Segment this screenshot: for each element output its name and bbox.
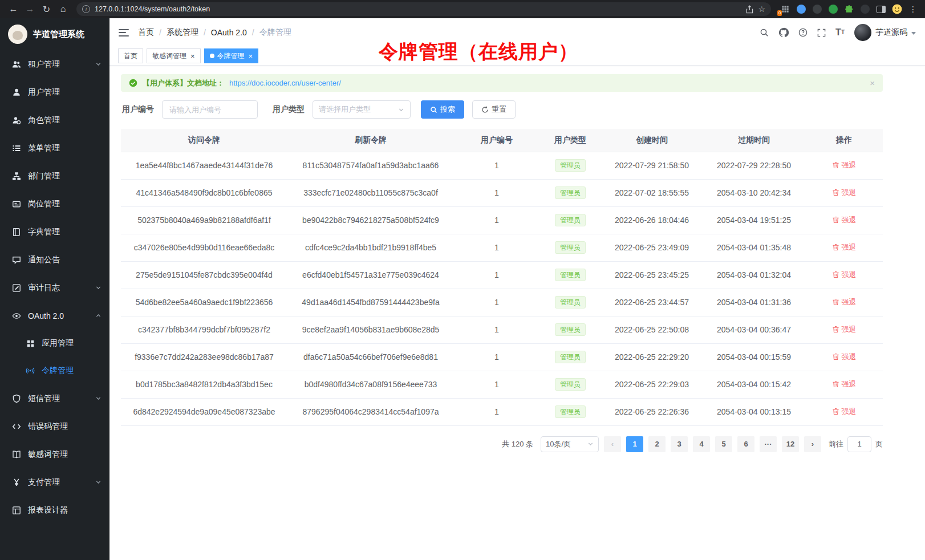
user-menu[interactable]: 芋道源码 <box>854 24 916 41</box>
reset-button[interactable]: 重置 <box>472 100 516 119</box>
page-button-1[interactable]: 1 <box>626 436 643 452</box>
page-button-6[interactable]: 6 <box>737 436 754 452</box>
trash-icon <box>832 353 839 360</box>
pager-more-button[interactable]: ··· <box>760 436 777 452</box>
reload-icon[interactable]: ↻ <box>39 2 54 17</box>
extension-avatar-icon[interactable] <box>891 3 903 15</box>
force-logout-button[interactable]: 强退 <box>832 407 857 417</box>
breadcrumb-separator: / <box>159 28 161 37</box>
sidebar-item-label: 报表设计器 <box>28 505 68 516</box>
sidebar-item-审计日志[interactable]: 审计日志 <box>0 274 109 302</box>
sidebar-item-角色管理[interactable]: 角色管理 <box>0 106 109 134</box>
user-type-badge: 管理员 <box>555 186 586 199</box>
address-bar[interactable]: i 127.0.0.1:1024/system/oauth2/token ☆ <box>76 2 771 16</box>
sidebar-item-用户管理[interactable]: 用户管理 <box>0 78 109 106</box>
page-button-2[interactable]: 2 <box>648 436 666 452</box>
chevron-down-icon <box>95 479 102 485</box>
chevron-down-icon <box>911 32 916 35</box>
user-id-cell: 1 <box>454 398 539 425</box>
extension-green-1-icon[interactable] <box>827 3 839 15</box>
user-type-select[interactable]: 请选择用户类型 <box>313 100 411 119</box>
font-size-icon[interactable]: TT <box>835 28 845 37</box>
fullscreen-icon[interactable] <box>817 29 826 37</box>
next-page-button[interactable]: › <box>804 436 821 452</box>
sidebar-item-租户管理[interactable]: 租户管理 <box>0 50 109 78</box>
back-icon[interactable]: ← <box>6 2 21 17</box>
eye-icon <box>11 311 22 320</box>
site-info-icon[interactable]: i <box>82 5 90 13</box>
force-logout-button[interactable]: 强退 <box>832 270 857 280</box>
sidebar-subitem-令牌管理[interactable]: 令牌管理 <box>0 357 109 384</box>
sidebar-subitem-应用管理[interactable]: 应用管理 <box>0 330 109 357</box>
postcard-icon <box>11 200 22 209</box>
app: 芋道管理系统 租户管理用户管理角色管理菜单管理部门管理岗位管理字典管理通知公告审… <box>0 18 925 560</box>
force-logout-button[interactable]: 强退 <box>832 297 857 307</box>
alert-close-icon[interactable]: × <box>870 78 875 88</box>
sidebar-item-通知公告[interactable]: 通知公告 <box>0 246 109 274</box>
tags-bar: 首页敏感词管理×令牌管理× <box>109 47 925 66</box>
extension-grid-icon[interactable]: 0 <box>780 3 791 15</box>
collapse-menu-icon[interactable] <box>119 29 129 36</box>
browser-menu-icon[interactable]: ⋮ <box>907 5 919 14</box>
close-icon[interactable]: × <box>190 52 195 60</box>
force-logout-button[interactable]: 强退 <box>832 352 857 362</box>
search-icon[interactable] <box>760 28 769 37</box>
trash-icon <box>832 380 839 388</box>
access-token-cell: 41c41346a548490f9dc8b01c6bfe0865 <box>121 179 287 206</box>
breadcrumb-item[interactable]: OAuth 2.0 <box>211 28 247 37</box>
forward-icon[interactable]: → <box>22 2 38 17</box>
github-icon[interactable] <box>778 27 789 38</box>
sidebar-item-岗位管理[interactable]: 岗位管理 <box>0 190 109 218</box>
sidebar-item-短信管理[interactable]: 短信管理 <box>0 384 109 412</box>
force-logout-button[interactable]: 强退 <box>832 379 857 389</box>
help-icon[interactable] <box>798 28 808 37</box>
sidebar-item-字典管理[interactable]: 字典管理 <box>0 218 109 246</box>
force-logout-button[interactable]: 强退 <box>832 242 857 253</box>
table-row: c342377bf8b344799dcbf7bf095287f29ce8ef2a… <box>121 316 883 343</box>
extension-panel-icon[interactable] <box>875 3 887 15</box>
sidebar-item-敏感词管理[interactable]: 敏感词管理 <box>0 440 109 468</box>
tab-label: 敏感词管理 <box>152 51 186 61</box>
access-token-cell: f9336e7c7dd242a283ee98dc86b17a87 <box>121 343 287 371</box>
goto-page-input[interactable] <box>847 436 871 452</box>
breadcrumb-item[interactable]: 系统管理 <box>167 27 198 38</box>
bookmark-star-icon[interactable]: ☆ <box>758 5 765 14</box>
page-button-5[interactable]: 5 <box>715 436 732 452</box>
sidebar-item-报表设计器[interactable]: 报表设计器 <box>0 496 109 524</box>
tab-令牌管理[interactable]: 令牌管理× <box>204 48 259 63</box>
user-id-label: 用户编号 <box>122 104 154 115</box>
close-icon[interactable]: × <box>249 52 253 60</box>
share-icon[interactable] <box>746 5 753 14</box>
tab-敏感词管理[interactable]: 敏感词管理× <box>147 48 201 63</box>
app-logo[interactable]: 芋道管理系统 <box>0 18 109 50</box>
extension-blue-icon[interactable] <box>796 3 807 15</box>
extension-puzzle-icon[interactable] <box>843 3 855 15</box>
refresh-token-cell: 9ce8ef2aa9f14056b831ae9b608e28d5 <box>287 316 454 343</box>
sidebar-item-部门管理[interactable]: 部门管理 <box>0 162 109 190</box>
search-button[interactable]: 搜索 <box>421 100 464 119</box>
prev-page-button[interactable]: ‹ <box>604 436 621 452</box>
extension-dark-2-icon[interactable] <box>859 3 871 15</box>
url-text[interactable]: 127.0.0.1:1024/system/oauth2/token <box>95 5 741 13</box>
breadcrumb: 首页/系统管理/OAuth 2.0/令牌管理 <box>138 27 291 38</box>
page-button-3[interactable]: 3 <box>671 436 688 452</box>
home-icon[interactable]: ⌂ <box>55 2 71 17</box>
user-id-input[interactable] <box>162 100 258 119</box>
sidebar-item-错误码管理[interactable]: 错误码管理 <box>0 412 109 440</box>
alert-link[interactable]: https://doc.iocoder.cn/user-center/ <box>229 79 341 87</box>
breadcrumb-item[interactable]: 首页 <box>138 27 154 38</box>
access-token-cell: c347026e805e4d99b0d116eae66eda8c <box>121 234 287 261</box>
signal-icon <box>25 366 35 375</box>
page-button-12[interactable]: 12 <box>782 436 799 452</box>
force-logout-button[interactable]: 强退 <box>832 188 857 198</box>
tab-首页[interactable]: 首页 <box>118 48 143 63</box>
extension-dark-1-icon[interactable] <box>812 3 823 15</box>
page-size-select[interactable]: 10条/页 <box>541 436 599 452</box>
sidebar-item-支付管理[interactable]: 支付管理 <box>0 468 109 496</box>
force-logout-button[interactable]: 强退 <box>832 160 857 171</box>
sidebar-item-OAuth 2.0[interactable]: OAuth 2.0 <box>0 302 109 330</box>
page-button-4[interactable]: 4 <box>693 436 710 452</box>
force-logout-button[interactable]: 强退 <box>832 324 857 335</box>
sidebar-item-菜单管理[interactable]: 菜单管理 <box>0 134 109 162</box>
force-logout-button[interactable]: 强退 <box>832 215 857 225</box>
